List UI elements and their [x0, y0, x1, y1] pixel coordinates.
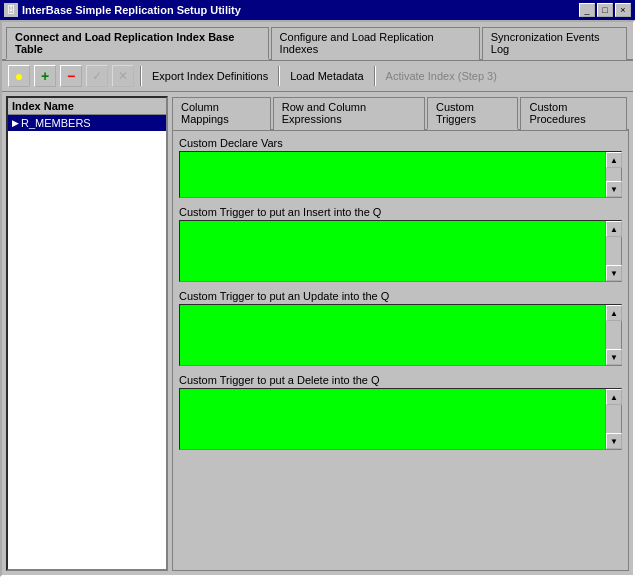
scroll-down-btn-3[interactable]: ▼ [606, 349, 622, 365]
remove-button[interactable]: − [60, 65, 82, 87]
cancel-x-button: ✕ [112, 65, 134, 87]
scroll-up-btn-2[interactable]: ▲ [606, 221, 622, 237]
maximize-button[interactable]: □ [597, 3, 613, 17]
update-scrollbar: ▲ ▼ [605, 305, 621, 365]
delete-trigger-label: Custom Trigger to put a Delete into the … [179, 374, 622, 386]
delete-trigger-wrapper: ▲ ▼ [179, 388, 622, 450]
insert-trigger-wrapper: ▲ ▼ [179, 220, 622, 282]
scroll-track [606, 168, 621, 181]
scroll-up-btn-3[interactable]: ▲ [606, 305, 622, 321]
window-controls: _ □ × [579, 3, 631, 17]
scroll-down-btn[interactable]: ▼ [606, 181, 622, 197]
delete-scrollbar: ▲ ▼ [605, 389, 621, 449]
tab-column-mappings[interactable]: Column Mappings [172, 97, 271, 130]
insert-trigger-section: Custom Trigger to put an Insert into the… [179, 206, 622, 282]
declare-vars-label: Custom Declare Vars [179, 137, 622, 149]
scroll-track-2 [606, 237, 621, 265]
list-item-label: R_MEMBERS [21, 117, 91, 129]
tab-sync-events[interactable]: Syncronization Events Log [482, 27, 627, 60]
list-item[interactable]: ▶ R_MEMBERS [8, 115, 166, 131]
update-trigger-textarea[interactable] [180, 305, 605, 365]
declare-vars-textarea[interactable] [180, 152, 605, 197]
delete-trigger-section: Custom Trigger to put a Delete into the … [179, 374, 622, 450]
title-bar: 🗄 InterBase Simple Replication Setup Uti… [0, 0, 635, 20]
app-icon: 🗄 [4, 3, 18, 17]
scroll-track-3 [606, 321, 621, 349]
toolbar-separator-3 [374, 66, 376, 86]
tab-custom-procedures[interactable]: Custom Procedures [520, 97, 627, 130]
scroll-up-btn[interactable]: ▲ [606, 152, 622, 168]
declare-vars-scrollbar: ▲ ▼ [605, 152, 621, 197]
scroll-down-btn-2[interactable]: ▼ [606, 265, 622, 281]
right-panel: Column Mappings Row and Column Expressio… [172, 96, 629, 571]
tab-custom-triggers[interactable]: Custom Triggers [427, 97, 519, 130]
tab-configure-load[interactable]: Configure and Load Replication Indexes [271, 27, 480, 60]
list-item-arrow: ▶ [12, 118, 19, 128]
update-trigger-section: Custom Trigger to put an Update into the… [179, 290, 622, 366]
declare-vars-wrapper: ▲ ▼ [179, 151, 622, 198]
scroll-up-btn-4[interactable]: ▲ [606, 389, 622, 405]
confirm-button: ✓ [86, 65, 108, 87]
update-trigger-wrapper: ▲ ▼ [179, 304, 622, 366]
activate-index-label: Activate Index (Step 3) [386, 70, 497, 82]
tab-connect-load[interactable]: Connect and Load Replication Index Base … [6, 27, 269, 60]
minimize-button[interactable]: _ [579, 3, 595, 17]
update-trigger-label: Custom Trigger to put an Update into the… [179, 290, 622, 302]
insert-trigger-textarea[interactable] [180, 221, 605, 281]
insert-trigger-label: Custom Trigger to put an Insert into the… [179, 206, 622, 218]
scroll-down-btn-4[interactable]: ▼ [606, 433, 622, 449]
index-list-header: Index Name [8, 98, 166, 115]
toolbar-separator-2 [278, 66, 280, 86]
close-button[interactable]: × [615, 3, 631, 17]
export-label[interactable]: Export Index Definitions [152, 70, 268, 82]
toolbar-separator-1 [140, 66, 142, 86]
delete-trigger-textarea[interactable] [180, 389, 605, 449]
content-area: Index Name ▶ R_MEMBERS Column Mappings R… [2, 92, 633, 575]
index-list-panel: Index Name ▶ R_MEMBERS [6, 96, 168, 571]
tab-custom-triggers-content: Custom Declare Vars ▲ ▼ Custom Trigger t… [172, 131, 629, 571]
toolbar: ● + − ✓ ✕ Export Index Definitions Load … [2, 61, 633, 92]
main-window: Connect and Load Replication Index Base … [0, 20, 635, 577]
insert-scrollbar: ▲ ▼ [605, 221, 621, 281]
yellow-dot-button[interactable]: ● [8, 65, 30, 87]
add-button[interactable]: + [34, 65, 56, 87]
window-tab-bar: Connect and Load Replication Index Base … [2, 22, 633, 61]
load-metadata-label[interactable]: Load Metadata [290, 70, 363, 82]
declare-vars-section: Custom Declare Vars ▲ ▼ [179, 137, 622, 198]
window-title: InterBase Simple Replication Setup Utili… [22, 4, 241, 16]
inner-tab-bar: Column Mappings Row and Column Expressio… [172, 96, 629, 131]
scroll-track-4 [606, 405, 621, 433]
tab-row-col-expressions[interactable]: Row and Column Expressions [273, 97, 425, 130]
